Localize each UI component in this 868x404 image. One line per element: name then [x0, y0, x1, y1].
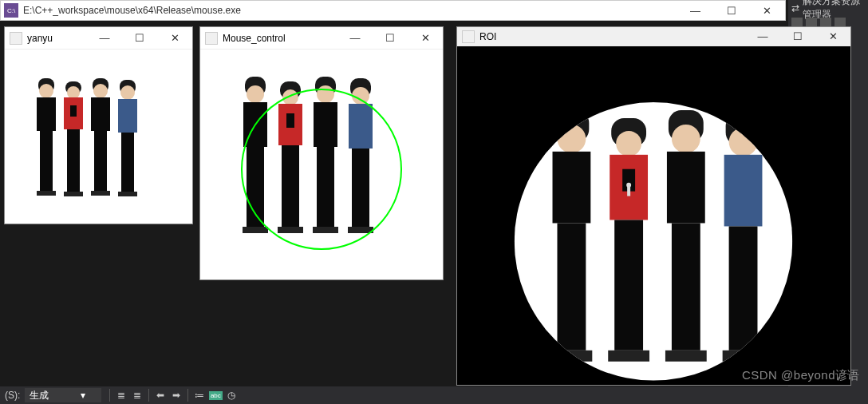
toolbar-icon[interactable]: ⬅	[152, 388, 168, 402]
yanyu-title: yanyu	[27, 33, 87, 44]
yanyu-titlebar[interactable]: yanyu — ☐ ✕	[5, 27, 192, 50]
opencv-icon	[462, 30, 475, 43]
svg-rect-64	[665, 351, 707, 362]
separator	[187, 389, 188, 402]
close-button[interactable]: ✕	[157, 27, 192, 49]
watermark: CSDN @beyond谚语	[742, 368, 860, 383]
output-label: (S):	[0, 390, 25, 401]
window-mouse-control[interactable]: Mouse_control — ☐ ✕	[199, 26, 444, 280]
mouse-image-area[interactable]	[200, 50, 443, 279]
close-button[interactable]: ✕	[408, 27, 443, 49]
chevron-down-icon: ▾	[81, 390, 85, 401]
maximize-button[interactable]: ☐	[713, 1, 749, 20]
toolbar-icon[interactable]: ≣	[129, 388, 145, 402]
svg-rect-16	[91, 191, 110, 196]
separator	[109, 389, 110, 402]
svg-point-18	[120, 85, 135, 100]
svg-rect-50	[557, 223, 586, 350]
mouse-title: Mouse_control	[223, 33, 337, 44]
svg-rect-19	[118, 99, 137, 133]
svg-rect-68	[729, 226, 758, 350]
toolbar-icon[interactable]: abc	[207, 388, 223, 402]
status-bar: (S): 生成 ▾ ≣ ≣ ⬅ ➡ ≔ abc ◷	[0, 386, 868, 404]
roi-title: ROI	[479, 31, 745, 42]
opencv-icon	[205, 32, 218, 45]
minimize-button[interactable]: —	[337, 27, 373, 49]
svg-rect-58	[614, 220, 643, 350]
svg-rect-33	[278, 227, 303, 233]
maximize-button[interactable]: ☐	[780, 26, 815, 47]
minimize-button[interactable]: —	[677, 1, 713, 20]
svg-rect-14	[91, 97, 110, 131]
svg-rect-4	[40, 131, 53, 191]
svg-rect-3	[37, 97, 56, 131]
svg-point-53	[616, 131, 641, 156]
svg-point-13	[93, 84, 108, 98]
maximize-button[interactable]: ☐	[122, 27, 157, 49]
window-controls: — ☐ ✕	[677, 1, 785, 20]
window-yanyu[interactable]: yanyu — ☐ ✕	[4, 26, 193, 224]
svg-rect-21	[118, 192, 137, 196]
svg-rect-57	[627, 187, 630, 196]
clock-icon[interactable]: ◷	[223, 388, 239, 402]
console-title: E:\C++_workspace\mouse\x64\Release\mouse…	[23, 5, 677, 16]
svg-rect-31	[286, 113, 294, 128]
svg-point-7	[67, 86, 80, 99]
svg-rect-20	[121, 133, 134, 192]
roi-image-area[interactable]	[457, 46, 850, 385]
svg-rect-32	[282, 145, 299, 227]
solution-explorer-title: ⇄ 解决方案资源管理器	[788, 0, 868, 16]
toolbar-icon[interactable]: ≣	[113, 388, 129, 402]
output-source-combo[interactable]: 生成 ▾	[25, 388, 101, 402]
svg-rect-49	[553, 152, 591, 224]
maximize-button[interactable]: ☐	[373, 27, 408, 49]
svg-rect-67	[724, 155, 763, 227]
toolbar-icon[interactable]: ≔	[191, 388, 207, 402]
svg-rect-37	[317, 147, 334, 227]
svg-rect-9	[70, 105, 77, 117]
window-roi[interactable]: ROI — ☐ ✕	[456, 26, 851, 386]
separator	[148, 389, 149, 402]
svg-rect-42	[352, 149, 369, 227]
mouse-titlebar[interactable]: Mouse_control — ☐ ✕	[200, 27, 443, 50]
svg-rect-15	[94, 131, 107, 191]
svg-point-24	[247, 85, 264, 103]
toolbar-icon[interactable]: ➡	[168, 388, 184, 402]
svg-rect-62	[667, 152, 705, 224]
close-button[interactable]: ✕	[815, 26, 850, 47]
svg-rect-59	[608, 351, 649, 362]
app-icon: C:\	[4, 3, 18, 18]
svg-point-35	[317, 85, 334, 103]
svg-rect-38	[313, 227, 338, 233]
svg-point-61	[672, 125, 700, 153]
minimize-button[interactable]: —	[87, 27, 122, 49]
svg-point-29	[282, 89, 298, 105]
svg-rect-27	[243, 227, 268, 233]
svg-rect-41	[349, 104, 373, 149]
svg-point-2	[39, 84, 53, 98]
opencv-icon	[10, 32, 22, 45]
roi-titlebar[interactable]: ROI — ☐ ✕	[457, 27, 850, 46]
console-titlebar: C:\ E:\C++_workspace\mouse\x64\Release\m…	[0, 0, 786, 21]
svg-rect-11	[64, 192, 83, 196]
close-button[interactable]: ✕	[749, 1, 785, 20]
svg-rect-63	[672, 223, 700, 350]
svg-rect-5	[37, 191, 56, 196]
svg-rect-10	[67, 129, 80, 192]
minimize-button[interactable]: —	[745, 26, 780, 47]
svg-rect-36	[314, 102, 337, 147]
yanyu-image-area[interactable]	[5, 50, 192, 224]
